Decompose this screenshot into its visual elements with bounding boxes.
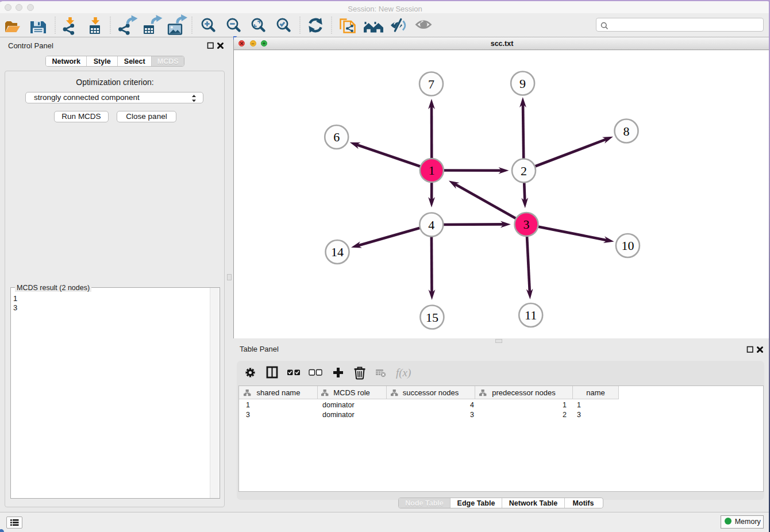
svg-text:14: 14 [331, 245, 344, 259]
svg-text:2: 2 [521, 164, 527, 178]
svg-text:8: 8 [623, 124, 630, 138]
svg-text:15: 15 [426, 310, 438, 325]
svg-text:1: 1 [429, 163, 435, 178]
svg-text:4: 4 [428, 218, 434, 232]
svg-text:10: 10 [621, 238, 634, 253]
svg-text:9: 9 [519, 76, 526, 91]
svg-text:7: 7 [428, 77, 434, 91]
svg-text:6: 6 [333, 130, 340, 144]
svg-text:11: 11 [525, 308, 537, 322]
svg-text:f(x): f(x) [396, 367, 411, 379]
svg-text:3: 3 [523, 217, 530, 232]
